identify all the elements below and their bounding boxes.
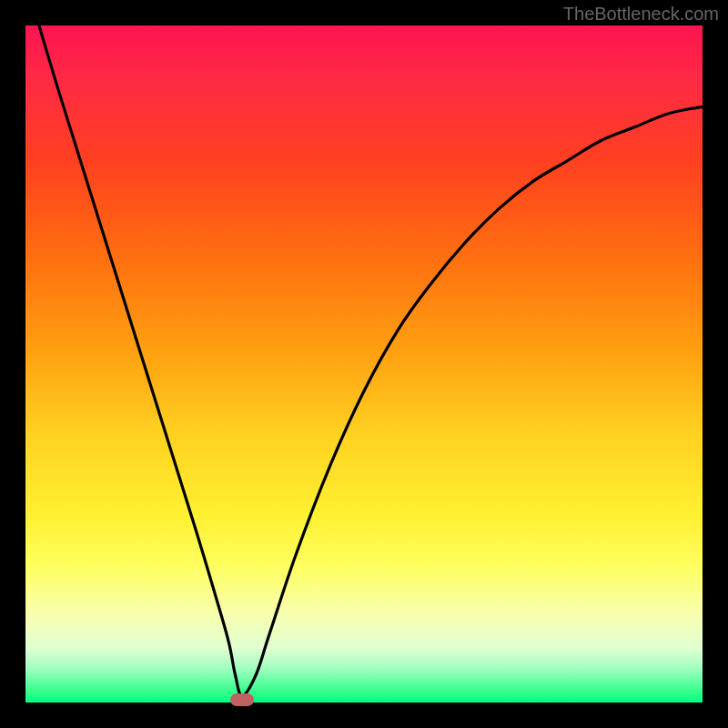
- bottleneck-curve: [39, 25, 703, 696]
- curve-svg: [25, 25, 703, 703]
- plot-area: [25, 25, 703, 703]
- watermark-text: TheBottleneck.com: [563, 4, 719, 25]
- chart-container: TheBottleneck.com: [0, 0, 728, 728]
- minimum-marker: [230, 693, 254, 706]
